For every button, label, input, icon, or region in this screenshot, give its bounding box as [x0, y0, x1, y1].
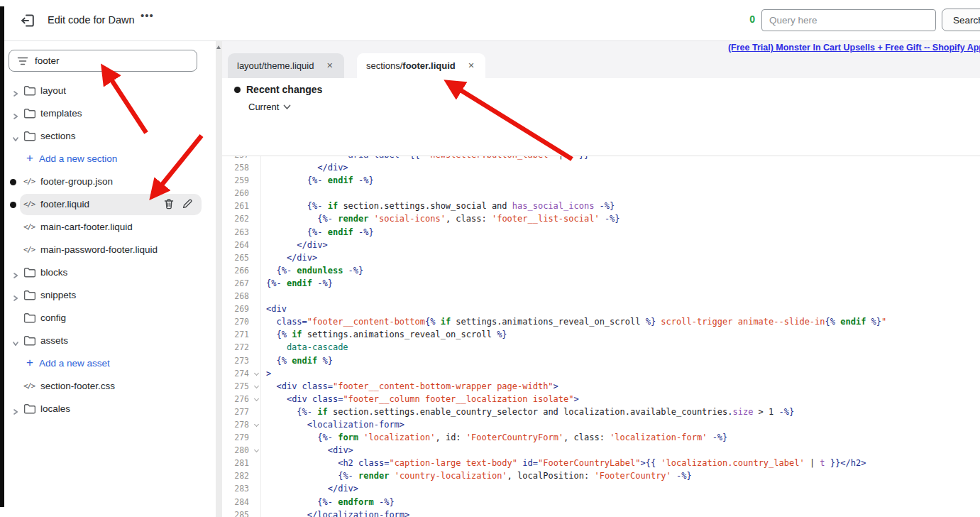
fold-toggle-icon[interactable]: [254, 422, 259, 427]
code-text[interactable]: {%- endif -%}: [261, 226, 374, 239]
code-token: %}: [646, 317, 656, 327]
code-line-273: 273 {% endif %}: [222, 354, 980, 367]
code-editor-viewport[interactable]: 257 aria-label="{{ 'newsletter.button_la…: [222, 156, 980, 517]
file-search-input[interactable]: [35, 55, 177, 66]
code-text[interactable]: <h2 class="caption-large text-body" id="…: [261, 457, 866, 469]
more-actions-button[interactable]: •••: [141, 9, 154, 21]
code-token: -%}: [671, 471, 692, 481]
code-text[interactable]: class="footer__content-bottom{% if setti…: [261, 315, 886, 328]
chevron-glyph: [12, 90, 19, 97]
line-number: 257: [222, 156, 261, 161]
folder-label: assets: [40, 335, 68, 346]
chevron-right-icon[interactable]: [12, 110, 19, 123]
code-text[interactable]: <div: [261, 303, 287, 315]
code-line-271: 271 {% if settings.animations_reveal_on_…: [222, 328, 980, 341]
file-search-box[interactable]: [9, 50, 197, 72]
code-token: {%-: [266, 214, 338, 224]
code-token: {%: [276, 356, 292, 366]
chevron-right-icon[interactable]: [12, 269, 19, 282]
file-label: main-password-footer.liquid: [40, 244, 158, 255]
sidebar-item-templates[interactable]: templates: [0, 104, 216, 124]
chevron-glyph: [12, 136, 19, 143]
code-text[interactable]: <div class="footer__content-bottom-wrapp…: [261, 380, 558, 393]
scroll-up-arrow-icon[interactable]: [216, 44, 222, 51]
folder-icon: [23, 108, 35, 121]
code-token: {%: [425, 317, 441, 327]
code-text[interactable]: data-cascade: [261, 341, 348, 354]
filter-icon: [17, 57, 28, 65]
code-text[interactable]: <localization-form>: [261, 418, 404, 431]
code-text[interactable]: </localization-form>: [261, 508, 409, 517]
code-text[interactable]: {%- form 'localization', id: 'FooterCoun…: [261, 431, 727, 444]
code-text[interactable]: </div>: [261, 251, 317, 264]
sidebar-item-section-footer-css[interactable]: </>section-footer.css: [0, 376, 216, 396]
code-text[interactable]: >: [261, 367, 271, 380]
chevron-down-icon[interactable]: [12, 133, 19, 146]
code-token: %}: [317, 356, 333, 366]
chevron-right-icon[interactable]: [12, 292, 19, 305]
sidebar-item-locales[interactable]: locales: [0, 399, 216, 419]
code-text[interactable]: {% if settings.animations_reveal_on_scro…: [261, 328, 507, 341]
query-input[interactable]: [761, 9, 936, 31]
code-text[interactable]: <div>: [261, 444, 353, 457]
code-text[interactable]: {%- endunless -%}: [261, 264, 363, 277]
code-text[interactable]: [261, 187, 266, 200]
close-tab-icon[interactable]: ×: [466, 60, 476, 72]
chevron-right-icon[interactable]: [12, 87, 19, 100]
sidebar-item-main-cart-footer-liquid[interactable]: </>main-cart-footer.liquid: [0, 217, 216, 237]
code-token: "FooterCountryLabel": [538, 458, 641, 468]
line-number: 262: [222, 212, 261, 225]
chevron-right-icon[interactable]: [12, 406, 19, 418]
code-text[interactable]: </div>: [261, 482, 358, 495]
fold-toggle-icon[interactable]: [254, 447, 259, 452]
code-text[interactable]: </div>: [261, 239, 328, 251]
code-token: render: [358, 471, 389, 481]
tab-layout-theme-liquid[interactable]: layout/theme.liquid×: [228, 53, 344, 78]
code-text[interactable]: aria-label="{{ 'newsletter.button_label'…: [261, 156, 594, 161]
sidebar-scrollbar[interactable]: [216, 41, 222, 517]
code-token: <div: [266, 304, 287, 314]
sidebar-item-footer-group-json[interactable]: </>footer-group.json: [0, 172, 216, 192]
code-text[interactable]: {%- if section.settings.enable_country_s…: [261, 406, 794, 418]
sidebar-item-add-a-new-asset[interactable]: +Add a new asset: [0, 354, 216, 374]
chevron-down-icon[interactable]: [12, 337, 19, 350]
code-text[interactable]: </div>: [261, 161, 348, 174]
sidebar-item-config[interactable]: config: [0, 308, 216, 328]
sidebar-item-add-a-new-section[interactable]: +Add a new section: [0, 149, 216, 169]
code-text[interactable]: {%- endform -%}: [261, 496, 395, 508]
code-text[interactable]: {%- endif -%}: [261, 277, 333, 290]
exit-editor-button[interactable]: [18, 12, 37, 31]
close-tab-icon[interactable]: ×: [324, 60, 334, 72]
fold-toggle-icon[interactable]: [254, 383, 259, 388]
sidebar-item-layout[interactable]: layout: [0, 81, 216, 101]
code-token: </div>: [266, 253, 317, 263]
code-text[interactable]: {%- render 'social-icons', class: 'foote…: [261, 212, 620, 225]
code-line-276: 276 <div class="footer__column footer__l…: [222, 393, 980, 406]
code-editor-screen: Edit code for Dawn ••• 0 Search layoutte…: [0, 0, 980, 517]
sidebar-item-sections[interactable]: sections: [0, 126, 216, 146]
exit-icon: [19, 12, 36, 29]
code-token: 'localization': [363, 432, 435, 442]
search-button[interactable]: Search: [942, 9, 980, 31]
promo-app-link[interactable]: (Free Trial) Monster In Cart Upsells + F…: [728, 43, 980, 53]
code-text[interactable]: {%- endif -%}: [261, 174, 374, 187]
code-text[interactable]: {%- render 'country-localization', local…: [261, 469, 692, 482]
code-text[interactable]: <div class="footer__column footer__local…: [261, 393, 579, 406]
sidebar-item-blocks[interactable]: blocks: [0, 263, 216, 283]
editor-panel: Recent changes Current 257 aria-label="{…: [222, 78, 980, 517]
code-token: data-cascade: [266, 342, 348, 352]
rename-file-button[interactable]: [182, 198, 193, 212]
code-text[interactable]: {%- if section.settings.show_social and …: [261, 200, 615, 212]
fold-toggle-icon[interactable]: [254, 371, 259, 376]
code-text[interactable]: {% endif %}: [261, 354, 333, 367]
code-token: has_social_icons: [512, 201, 595, 211]
sidebar-item-main-password-footer-liquid[interactable]: </>main-password-footer.liquid: [0, 240, 216, 260]
version-selector[interactable]: Current: [248, 102, 291, 112]
sidebar-item-footer-liquid[interactable]: </>footer.liquid: [0, 195, 216, 214]
sidebar-item-snippets[interactable]: snippets: [0, 285, 216, 305]
tab-sections-footer-liquid[interactable]: sections/footer.liquid×: [357, 53, 485, 78]
fold-toggle-icon[interactable]: [254, 396, 259, 401]
sidebar-item-assets[interactable]: assets: [0, 331, 216, 351]
code-text[interactable]: [261, 290, 266, 303]
delete-file-button[interactable]: [163, 198, 175, 212]
